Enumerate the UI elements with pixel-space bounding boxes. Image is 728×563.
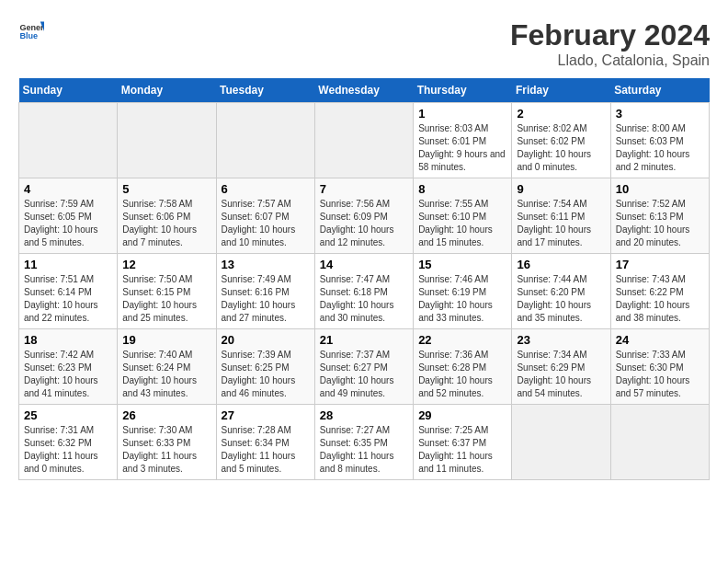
- col-header-saturday: Saturday: [610, 78, 709, 103]
- calendar-cell: 11Sunrise: 7:51 AMSunset: 6:14 PMDayligh…: [19, 254, 118, 329]
- day-number: 4: [24, 182, 112, 196]
- week-row-1: 1Sunrise: 8:03 AMSunset: 6:01 PMDaylight…: [19, 103, 710, 178]
- title-block: February 2024 Llado, Catalonia, Spain: [510, 18, 710, 69]
- calendar-cell: 15Sunrise: 7:46 AMSunset: 6:19 PMDayligh…: [414, 254, 512, 329]
- day-number: 5: [122, 182, 210, 196]
- day-info: Sunrise: 7:56 AMSunset: 6:09 PMDaylight:…: [320, 198, 408, 249]
- day-info: Sunrise: 7:59 AMSunset: 6:05 PMDaylight:…: [24, 198, 112, 249]
- week-row-4: 18Sunrise: 7:42 AMSunset: 6:23 PMDayligh…: [19, 329, 710, 405]
- calendar-cell: 18Sunrise: 7:42 AMSunset: 6:23 PMDayligh…: [19, 329, 118, 405]
- day-number: 22: [418, 333, 506, 347]
- col-header-friday: Friday: [512, 78, 610, 103]
- day-number: 1: [418, 107, 506, 121]
- svg-text:General: General: [19, 23, 44, 32]
- day-info: Sunrise: 7:50 AMSunset: 6:15 PMDaylight:…: [122, 273, 210, 325]
- calendar-cell: 14Sunrise: 7:47 AMSunset: 6:18 PMDayligh…: [314, 254, 413, 329]
- calendar-cell: 13Sunrise: 7:49 AMSunset: 6:16 PMDayligh…: [216, 254, 314, 329]
- day-number: 6: [222, 182, 310, 196]
- calendar-cell: 27Sunrise: 7:28 AMSunset: 6:34 PMDayligh…: [216, 405, 314, 480]
- subtitle: Llado, Catalonia, Spain: [510, 52, 710, 69]
- day-info: Sunrise: 7:34 AMSunset: 6:29 PMDaylight:…: [517, 349, 605, 400]
- day-info: Sunrise: 7:33 AMSunset: 6:30 PMDaylight:…: [616, 349, 704, 400]
- day-info: Sunrise: 8:00 AMSunset: 6:03 PMDaylight:…: [616, 122, 704, 174]
- calendar-cell: 9Sunrise: 7:54 AMSunset: 6:11 PMDaylight…: [512, 178, 610, 254]
- day-info: Sunrise: 7:55 AMSunset: 6:10 PMDaylight:…: [418, 198, 506, 249]
- days-of-week-row: SundayMondayTuesdayWednesdayThursdayFrid…: [19, 78, 710, 103]
- day-info: Sunrise: 7:58 AMSunset: 6:06 PMDaylight:…: [122, 198, 210, 249]
- calendar-cell: [118, 103, 216, 178]
- day-number: 17: [616, 258, 704, 271]
- day-number: 10: [616, 182, 704, 196]
- calendar-cell: 26Sunrise: 7:30 AMSunset: 6:33 PMDayligh…: [118, 405, 216, 480]
- calendar-cell: 25Sunrise: 7:31 AMSunset: 6:32 PMDayligh…: [19, 405, 118, 480]
- svg-text:Blue: Blue: [19, 31, 38, 40]
- calendar-table: SundayMondayTuesdayWednesdayThursdayFrid…: [18, 78, 710, 480]
- day-info: Sunrise: 7:46 AMSunset: 6:19 PMDaylight:…: [418, 273, 506, 325]
- calendar-cell: [610, 405, 709, 480]
- day-info: Sunrise: 7:30 AMSunset: 6:33 PMDaylight:…: [122, 424, 210, 476]
- main-title: February 2024: [510, 18, 710, 52]
- logo-icon: General Blue: [18, 18, 44, 44]
- day-info: Sunrise: 7:40 AMSunset: 6:24 PMDaylight:…: [122, 349, 210, 400]
- day-number: 16: [517, 258, 605, 271]
- day-info: Sunrise: 8:03 AMSunset: 6:01 PMDaylight:…: [418, 122, 506, 174]
- calendar-cell: 16Sunrise: 7:44 AMSunset: 6:20 PMDayligh…: [512, 254, 610, 329]
- logo: General Blue: [18, 18, 44, 44]
- day-number: 23: [517, 333, 605, 347]
- day-info: Sunrise: 7:27 AMSunset: 6:35 PMDaylight:…: [320, 424, 408, 476]
- day-info: Sunrise: 7:43 AMSunset: 6:22 PMDaylight:…: [616, 273, 704, 325]
- calendar-cell: [216, 103, 314, 178]
- day-number: 27: [222, 408, 310, 422]
- calendar-cell: 22Sunrise: 7:36 AMSunset: 6:28 PMDayligh…: [414, 329, 512, 405]
- calendar-cell: 23Sunrise: 7:34 AMSunset: 6:29 PMDayligh…: [512, 329, 610, 405]
- day-number: 28: [320, 408, 408, 422]
- day-info: Sunrise: 7:47 AMSunset: 6:18 PMDaylight:…: [320, 273, 408, 325]
- calendar-cell: 10Sunrise: 7:52 AMSunset: 6:13 PMDayligh…: [610, 178, 709, 254]
- calendar-cell: 28Sunrise: 7:27 AMSunset: 6:35 PMDayligh…: [314, 405, 413, 480]
- calendar-cell: 12Sunrise: 7:50 AMSunset: 6:15 PMDayligh…: [118, 254, 216, 329]
- calendar-cell: [512, 405, 610, 480]
- col-header-thursday: Thursday: [414, 78, 512, 103]
- col-header-monday: Monday: [118, 78, 216, 103]
- day-info: Sunrise: 7:51 AMSunset: 6:14 PMDaylight:…: [24, 273, 112, 325]
- day-info: Sunrise: 8:02 AMSunset: 6:02 PMDaylight:…: [517, 122, 605, 174]
- day-info: Sunrise: 7:42 AMSunset: 6:23 PMDaylight:…: [24, 349, 112, 400]
- week-row-2: 4Sunrise: 7:59 AMSunset: 6:05 PMDaylight…: [19, 178, 710, 254]
- calendar-cell: 2Sunrise: 8:02 AMSunset: 6:02 PMDaylight…: [512, 103, 610, 178]
- day-number: 15: [418, 258, 506, 271]
- calendar-cell: 21Sunrise: 7:37 AMSunset: 6:27 PMDayligh…: [314, 329, 413, 405]
- day-info: Sunrise: 7:25 AMSunset: 6:37 PMDaylight:…: [418, 424, 506, 476]
- calendar-cell: 29Sunrise: 7:25 AMSunset: 6:37 PMDayligh…: [414, 405, 512, 480]
- day-info: Sunrise: 7:31 AMSunset: 6:32 PMDaylight:…: [24, 424, 112, 476]
- day-number: 8: [418, 182, 506, 196]
- day-number: 11: [24, 258, 112, 271]
- day-info: Sunrise: 7:54 AMSunset: 6:11 PMDaylight:…: [517, 198, 605, 249]
- day-info: Sunrise: 7:36 AMSunset: 6:28 PMDaylight:…: [418, 349, 506, 400]
- calendar-cell: 17Sunrise: 7:43 AMSunset: 6:22 PMDayligh…: [610, 254, 709, 329]
- col-header-tuesday: Tuesday: [216, 78, 314, 103]
- day-number: 21: [320, 333, 408, 347]
- week-row-5: 25Sunrise: 7:31 AMSunset: 6:32 PMDayligh…: [19, 405, 710, 480]
- calendar-cell: [314, 103, 413, 178]
- day-number: 19: [122, 333, 210, 347]
- day-number: 26: [122, 408, 210, 422]
- day-number: 13: [222, 258, 310, 271]
- calendar-cell: 1Sunrise: 8:03 AMSunset: 6:01 PMDaylight…: [414, 103, 512, 178]
- calendar-cell: 7Sunrise: 7:56 AMSunset: 6:09 PMDaylight…: [314, 178, 413, 254]
- day-info: Sunrise: 7:52 AMSunset: 6:13 PMDaylight:…: [616, 198, 704, 249]
- calendar-cell: 6Sunrise: 7:57 AMSunset: 6:07 PMDaylight…: [216, 178, 314, 254]
- calendar-cell: 4Sunrise: 7:59 AMSunset: 6:05 PMDaylight…: [19, 178, 118, 254]
- day-number: 24: [616, 333, 704, 347]
- calendar-cell: 3Sunrise: 8:00 AMSunset: 6:03 PMDaylight…: [610, 103, 709, 178]
- day-number: 14: [320, 258, 408, 271]
- day-number: 2: [517, 107, 605, 121]
- day-info: Sunrise: 7:44 AMSunset: 6:20 PMDaylight:…: [517, 273, 605, 325]
- calendar-cell: 5Sunrise: 7:58 AMSunset: 6:06 PMDaylight…: [118, 178, 216, 254]
- day-info: Sunrise: 7:37 AMSunset: 6:27 PMDaylight:…: [320, 349, 408, 400]
- calendar-cell: [19, 103, 118, 178]
- col-header-sunday: Sunday: [19, 78, 118, 103]
- day-info: Sunrise: 7:28 AMSunset: 6:34 PMDaylight:…: [222, 424, 310, 476]
- day-info: Sunrise: 7:57 AMSunset: 6:07 PMDaylight:…: [222, 198, 310, 249]
- day-number: 3: [616, 107, 704, 121]
- week-row-3: 11Sunrise: 7:51 AMSunset: 6:14 PMDayligh…: [19, 254, 710, 329]
